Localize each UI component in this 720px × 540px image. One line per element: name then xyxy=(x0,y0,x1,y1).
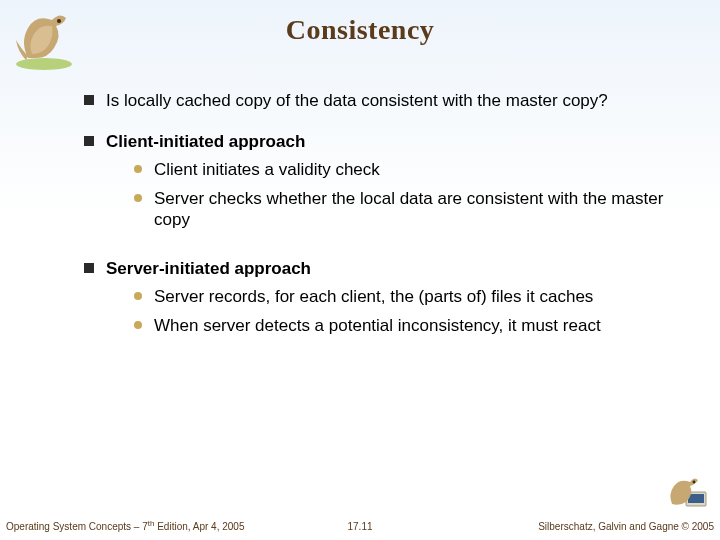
footer-center: 17.11 xyxy=(347,521,372,532)
bullet-level2: Server records, for each client, the (pa… xyxy=(134,286,680,307)
bullet-level2: When server detects a potential inconsis… xyxy=(134,315,680,336)
dinosaur-icon xyxy=(8,2,80,74)
sub-bullet-text: Server records, for each client, the (pa… xyxy=(154,286,680,307)
svg-point-1 xyxy=(57,19,61,23)
bullet-text: Server-initiated approach xyxy=(106,259,311,278)
bullet-level2: Client initiates a validity check xyxy=(134,159,680,180)
circle-bullet-icon xyxy=(134,165,142,173)
circle-bullet-icon xyxy=(134,321,142,329)
bullet-level1: Server-initiated approachServer records,… xyxy=(84,258,680,344)
footer-left-pre: Operating System Concepts – 7 xyxy=(6,521,148,532)
bullet-text: Is locally cached copy of the data consi… xyxy=(106,91,608,110)
sub-list: Server records, for each client, the (pa… xyxy=(134,286,680,337)
bullet-body: Server-initiated approachServer records,… xyxy=(106,258,680,344)
dinosaur-footer-icon xyxy=(664,466,710,512)
bullet-body: Client-initiated approachClient initiate… xyxy=(106,131,680,238)
bullet-level2: Server checks whether the local data are… xyxy=(134,188,680,231)
bullet-level1: Client-initiated approachClient initiate… xyxy=(84,131,680,238)
square-bullet-icon xyxy=(84,95,94,105)
content-area: Is locally cached copy of the data consi… xyxy=(84,90,680,364)
circle-bullet-icon xyxy=(134,194,142,202)
sub-bullet-text: Client initiates a validity check xyxy=(154,159,680,180)
sub-list: Client initiates a validity checkServer … xyxy=(134,159,680,231)
page-title: Consistency xyxy=(0,14,720,46)
footer-right: Silberschatz, Galvin and Gagne © 2005 xyxy=(538,521,714,532)
svg-point-4 xyxy=(693,481,696,484)
square-bullet-icon xyxy=(84,263,94,273)
footer-left: Operating System Concepts – 7th Edition,… xyxy=(6,519,245,532)
circle-bullet-icon xyxy=(134,292,142,300)
bullet-level1: Is locally cached copy of the data consi… xyxy=(84,90,680,111)
sub-bullet-text: When server detects a potential inconsis… xyxy=(154,315,680,336)
bullet-body: Is locally cached copy of the data consi… xyxy=(106,90,680,111)
slide: Consistency Is locally cached copy of th… xyxy=(0,0,720,540)
footer-left-post: Edition, Apr 4, 2005 xyxy=(154,521,244,532)
svg-point-0 xyxy=(16,58,72,70)
footer: Operating System Concepts – 7th Edition,… xyxy=(0,514,720,534)
square-bullet-icon xyxy=(84,136,94,146)
sub-bullet-text: Server checks whether the local data are… xyxy=(154,188,680,231)
bullet-text: Client-initiated approach xyxy=(106,132,305,151)
